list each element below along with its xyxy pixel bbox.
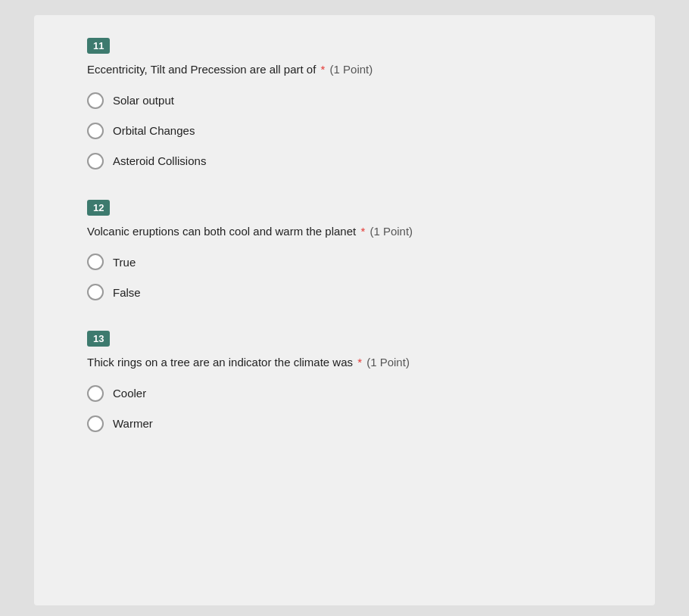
question-text-13: Thick rings on a tree are an indicator t… <box>87 354 617 372</box>
option-item-q11-opt1[interactable]: Solar output <box>87 92 617 109</box>
question-block-11: 11Eccentricity, Tilt and Precession are … <box>87 38 617 170</box>
question-block-13: 13Thick rings on a tree are an indicator… <box>87 331 617 432</box>
options-list-12: TrueFalse <box>87 254 617 300</box>
options-list-13: CoolerWarmer <box>87 385 617 432</box>
question-number-11: 11 <box>87 38 110 54</box>
option-item-q11-opt2[interactable]: Orbital Changes <box>87 123 617 139</box>
required-star: * <box>357 356 362 369</box>
option-label-q13-opt2: Warmer <box>113 417 153 430</box>
question-text-11: Eccentricity, Tilt and Precession are al… <box>87 61 617 79</box>
required-star: * <box>321 63 326 76</box>
required-star: * <box>360 225 365 238</box>
question-text-12: Volcanic eruptions can both cool and war… <box>87 223 617 241</box>
option-item-q13-opt1[interactable]: Cooler <box>87 385 617 402</box>
question-number-13: 13 <box>87 331 110 347</box>
question-block-12: 12Volcanic eruptions can both cool and w… <box>87 200 617 301</box>
option-label-q12-opt2: False <box>113 286 141 299</box>
option-label-q11-opt3: Asteroid Collisions <box>113 154 206 167</box>
points-label-11: (1 Point) <box>326 63 373 76</box>
points-label-12: (1 Point) <box>366 225 413 238</box>
radio-circle-q12-opt2[interactable] <box>87 284 104 300</box>
points-label-13: (1 Point) <box>363 356 410 369</box>
option-item-q12-opt1[interactable]: True <box>87 254 617 270</box>
radio-circle-q11-opt3[interactable] <box>87 153 104 170</box>
radio-circle-q13-opt2[interactable] <box>87 415 104 432</box>
options-list-11: Solar outputOrbital ChangesAsteroid Coll… <box>87 92 617 170</box>
option-label-q13-opt1: Cooler <box>113 387 146 400</box>
option-label-q11-opt2: Orbital Changes <box>113 124 195 137</box>
radio-circle-q11-opt1[interactable] <box>87 92 104 109</box>
option-item-q12-opt2[interactable]: False <box>87 284 617 300</box>
radio-circle-q11-opt2[interactable] <box>87 123 104 139</box>
main-container: 11Eccentricity, Tilt and Precession are … <box>34 15 655 605</box>
question-number-12: 12 <box>87 200 110 216</box>
radio-circle-q12-opt1[interactable] <box>87 254 104 270</box>
option-label-q11-opt1: Solar output <box>113 94 174 107</box>
option-item-q13-opt2[interactable]: Warmer <box>87 415 617 432</box>
radio-circle-q13-opt1[interactable] <box>87 385 104 402</box>
option-item-q11-opt3[interactable]: Asteroid Collisions <box>87 153 617 170</box>
option-label-q12-opt1: True <box>113 256 136 269</box>
